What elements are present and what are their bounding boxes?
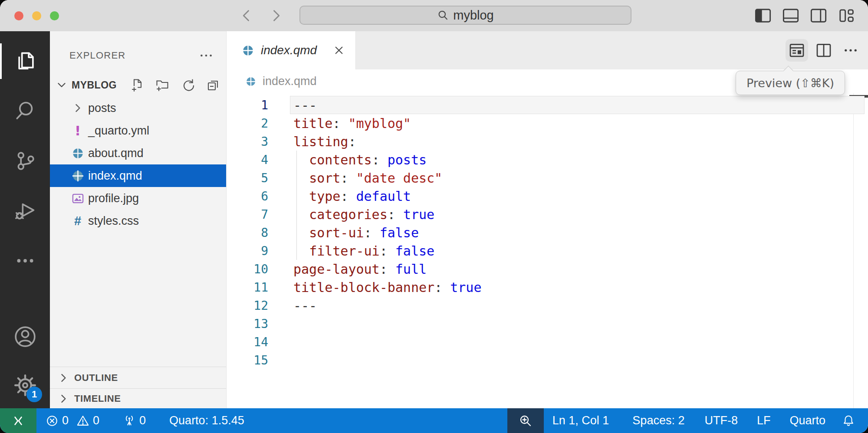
zoom-window-button[interactable] xyxy=(50,11,59,20)
quarto-zoom-status[interactable] xyxy=(507,408,544,433)
chevron-down-icon xyxy=(54,78,69,92)
timeline-label: TIMELINE xyxy=(74,393,121,404)
search-value: myblog xyxy=(453,8,494,23)
cursor-position-status[interactable]: Ln 1, Col 1 xyxy=(544,408,615,433)
code-editor[interactable]: 1 --- 2 title: "myblog" 3 listing: 4 con… xyxy=(227,93,868,408)
toggle-primary-sidebar-button[interactable] xyxy=(754,6,772,25)
tree-item-index-qmd-selected[interactable]: index.qmd xyxy=(50,164,226,187)
code-line: 8 sort-ui: false xyxy=(227,223,868,242)
status-bar-right: Ln 1, Col 1 Spaces: 2 UTF-8 LF Quarto xyxy=(507,408,868,433)
code-line: 14 xyxy=(227,333,868,351)
new-folder-button[interactable] xyxy=(153,76,172,94)
yaml-file-icon: ! xyxy=(68,121,87,140)
workspace-name: MYBLOG xyxy=(72,79,117,91)
line-number: 4 xyxy=(227,153,268,167)
toggle-secondary-sidebar-button[interactable] xyxy=(810,6,827,25)
sidebar-right-icon xyxy=(810,8,827,23)
new-file-button[interactable] xyxy=(128,76,147,94)
file-name: posts xyxy=(88,102,116,115)
line-number: 8 xyxy=(227,226,268,240)
activitybar-accounts[interactable] xyxy=(0,319,50,354)
file-tree: posts ! _quarto.yml about.qmd index.qmd xyxy=(50,97,226,232)
status-bar-left: 0 0 0 Quarto: 1.5.45 xyxy=(0,408,250,433)
explorer-sidebar: EXPLORER MYBLOG xyxy=(50,31,227,408)
line-number: 6 xyxy=(227,189,268,203)
image-icon xyxy=(71,192,85,205)
code-line: 9 filter-ui: false xyxy=(227,242,868,260)
ellipsis-icon xyxy=(199,48,214,63)
code-line: 4 contents: posts xyxy=(227,151,868,169)
zoom-in-icon xyxy=(519,414,533,428)
problems-status[interactable]: 0 0 xyxy=(36,408,105,433)
activitybar-run-debug[interactable] xyxy=(0,193,50,229)
minimize-window-button[interactable] xyxy=(32,11,41,20)
indentation-status[interactable]: Spaces: 2 xyxy=(626,408,690,433)
activitybar-search[interactable] xyxy=(0,93,50,129)
outline-section-header[interactable]: OUTLINE xyxy=(50,367,226,388)
split-editor-icon xyxy=(815,42,832,59)
activitybar-explorer[interactable] xyxy=(0,43,50,79)
close-icon xyxy=(333,45,345,56)
breadcrumb-file: index.qmd xyxy=(263,75,317,88)
tree-item-about-qmd[interactable]: about.qmd xyxy=(50,142,226,164)
code-line: 2 title: "myblog" xyxy=(227,114,868,132)
file-name: index.qmd xyxy=(88,169,142,183)
encoding-status[interactable]: UTF-8 xyxy=(698,408,744,433)
activitybar-settings[interactable]: 1 xyxy=(0,367,50,403)
toggle-panel-button[interactable] xyxy=(782,6,799,25)
line-number: 5 xyxy=(227,171,268,185)
navigate-back-button[interactable] xyxy=(237,6,256,25)
explorer-toolbar xyxy=(128,76,223,94)
code-line: 6 type: default xyxy=(227,187,868,205)
debug-icon xyxy=(14,200,36,222)
explorer-header: EXPLORER xyxy=(69,47,216,64)
bell-icon xyxy=(842,414,855,427)
tree-item-styles-css[interactable]: # styles.css xyxy=(50,210,226,232)
traffic-lights xyxy=(14,11,59,20)
activitybar-source-control[interactable] xyxy=(0,143,50,179)
line-number: 9 xyxy=(227,244,268,258)
quarto-file-icon xyxy=(245,75,257,88)
tab-index-qmd[interactable]: index.qmd xyxy=(227,31,356,69)
timeline-section-header[interactable]: TIMELINE xyxy=(50,388,226,408)
split-editor-button[interactable] xyxy=(812,39,835,62)
broadcast-tower-icon xyxy=(123,414,136,427)
code-line: 11 title-block-banner: true xyxy=(227,278,868,296)
workspace-section-header[interactable]: MYBLOG xyxy=(54,75,223,95)
warning-count: 0 xyxy=(93,414,99,427)
preview-button[interactable] xyxy=(786,39,808,62)
chevron-right-icon xyxy=(68,98,87,118)
collapse-folders-button[interactable] xyxy=(204,76,223,94)
refresh-button[interactable] xyxy=(178,76,197,94)
close-window-button[interactable] xyxy=(14,11,23,20)
language-mode-status[interactable]: Quarto xyxy=(783,408,832,433)
quarto-version-status[interactable]: Quarto: 1.5.45 xyxy=(163,408,250,433)
refresh-icon xyxy=(181,78,195,92)
notifications-button[interactable] xyxy=(836,408,859,433)
remote-indicator[interactable] xyxy=(0,408,36,433)
panel-bottom-icon xyxy=(783,8,799,23)
code-line: 12 --- xyxy=(227,296,868,315)
command-center-search[interactable]: myblog xyxy=(299,6,631,25)
code-line: 3 listing: xyxy=(227,132,868,151)
warning-icon xyxy=(76,414,89,427)
eol-status[interactable]: LF xyxy=(751,408,777,433)
ports-status[interactable]: 0 xyxy=(117,408,152,433)
outline-label: OUTLINE xyxy=(74,372,118,384)
tree-item-profile-jpg[interactable]: profile.jpg xyxy=(50,187,226,210)
vscode-window: myblog xyxy=(0,0,868,433)
navigate-forward-button[interactable] xyxy=(266,6,286,25)
arrow-right-icon xyxy=(268,8,284,23)
close-tab-button[interactable] xyxy=(330,42,348,59)
remote-icon xyxy=(11,413,26,428)
tree-item-posts[interactable]: posts xyxy=(50,97,226,119)
code-line: 1 --- xyxy=(227,96,868,114)
ellipsis-icon xyxy=(14,249,36,272)
chevron-right-icon xyxy=(56,371,71,385)
explorer-more-actions-button[interactable] xyxy=(197,47,216,64)
account-icon xyxy=(13,325,37,349)
tree-item-quarto-yml[interactable]: ! _quarto.yml xyxy=(50,119,226,142)
customize-layout-button[interactable] xyxy=(838,6,855,25)
editor-more-actions-button[interactable] xyxy=(839,39,862,62)
activitybar-more[interactable] xyxy=(0,243,50,279)
